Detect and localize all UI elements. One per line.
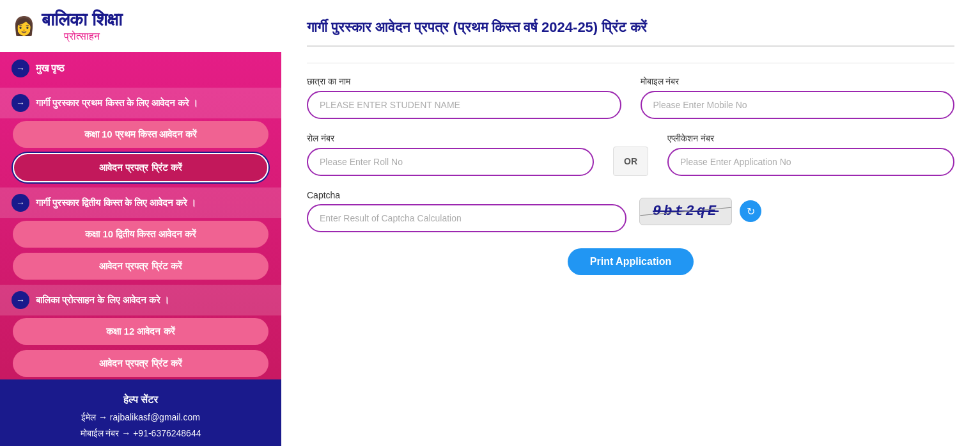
- sidebar: 👩 बालिका शिक्षा प्रोत्साहन → मुख पृष्ठ →…: [0, 0, 281, 446]
- form-row-2: रोल नंबर OR एप्लीकेशन नंबर: [307, 133, 954, 176]
- sidebar-section2: → गार्गी पुरस्कार द्वितीय किस्त के लिए आ…: [0, 187, 281, 218]
- application-label: एप्लीकेशन नंबर: [667, 133, 954, 144]
- sidebar-btn-print-application2[interactable]: आवेदन प्रपत्र प्रिंट करें: [13, 253, 268, 280]
- sidebar-section3: → बालिका प्रोत्साहन के लिए आवेदन करे ।: [0, 285, 281, 315]
- sidebar-btn-print-application3[interactable]: आवेदन प्रपत्र प्रिंट करें: [13, 350, 268, 377]
- roll-input[interactable]: [307, 148, 594, 176]
- student-name-group: छात्रा का नाम: [307, 76, 621, 119]
- student-name-input[interactable]: [307, 91, 621, 119]
- footer-mobile: मोबाईल नंबर → +91-6376248644: [12, 426, 270, 442]
- mobile-label: मोबाइल नंबर: [641, 76, 955, 87]
- logo-subtitle: प्रोत्साहन: [42, 31, 122, 42]
- section3-arrow-icon: →: [12, 291, 29, 309]
- logo-title: बालिका शिक्षा: [42, 10, 122, 31]
- sidebar-btn-class12[interactable]: कक्षा 12 आवेदन करें: [13, 318, 268, 345]
- mobile-input[interactable]: [641, 91, 955, 119]
- footer-mobile-value: +91-6376248644: [133, 428, 201, 438]
- print-btn-row: Print Application: [307, 248, 954, 275]
- sidebar-section2-label: गार्गी पुरस्कार द्वितीय किस्त के लिए आवे…: [36, 197, 196, 209]
- captcha-label: Captcha: [307, 190, 626, 200]
- footer-email: ईमेल → rajbalikasf@gmail.com: [12, 410, 270, 426]
- captcha-refresh-button[interactable]: ↻: [740, 200, 761, 222]
- or-divider: OR: [613, 147, 648, 176]
- sidebar-home[interactable]: → मुख पृष्ठ: [0, 52, 281, 85]
- student-name-label: छात्रा का नाम: [307, 76, 621, 87]
- form-row-1: छात्रा का नाम मोबाइल नंबर: [307, 76, 954, 119]
- logo-text-block: बालिका शिक्षा प्रोत्साहन: [42, 10, 122, 42]
- print-application-button[interactable]: Print Application: [568, 248, 694, 275]
- captcha-image: 9bt2qE: [639, 198, 732, 225]
- home-arrow-icon: →: [12, 60, 29, 77]
- sidebar-home-label: मुख पृष्ठ: [36, 63, 65, 74]
- footer-title: हेल्प सेंटर: [12, 391, 270, 410]
- page-title: गार्गी पुरस्कार आवेदन प्रपत्र (प्रथम किस…: [307, 19, 954, 47]
- mobile-group: मोबाइल नंबर: [641, 76, 955, 119]
- main-content: गार्गी पुरस्कार आवेदन प्रपत्र (प्रथम किस…: [281, 0, 980, 446]
- section2-arrow-icon: →: [12, 194, 29, 212]
- captcha-image-container: 9bt2qE ↻: [639, 198, 761, 225]
- logo-icon: 👩: [13, 15, 35, 36]
- roll-label: रोल नंबर: [307, 133, 594, 144]
- sidebar-section1: → गार्गी पुरस्कार प्रथम किस्त के लिए आवे…: [0, 88, 281, 118]
- title-divider: [307, 63, 954, 63]
- captcha-row: Captcha 9bt2qE ↻: [307, 190, 954, 232]
- sidebar-btn-class10-first[interactable]: कक्षा 10 प्रथम किस्त आवेदन करें: [13, 121, 268, 148]
- roll-group: रोल नंबर: [307, 133, 594, 176]
- footer-mobile-label: मोबाईल नंबर →: [81, 428, 131, 438]
- sidebar-section3-label: बालिका प्रोत्साहन के लिए आवेदन करे ।: [36, 294, 169, 306]
- sidebar-btn-print-application1[interactable]: आवेदन प्रपत्र प्रिंट करें: [13, 153, 268, 182]
- application-input[interactable]: [667, 148, 954, 176]
- sidebar-section1-label: गार्गी पुरस्कार प्रथम किस्त के लिए आवेदन…: [36, 97, 198, 109]
- sidebar-footer: हेल्प सेंटर ईमेल → rajbalikasf@gmail.com…: [0, 379, 281, 446]
- footer-email-value: rajbalikasf@gmail.com: [110, 412, 200, 422]
- sidebar-btn-class10-second[interactable]: कक्षा 10 द्वितीय किस्त आवेदन करें: [13, 221, 268, 248]
- captcha-input[interactable]: [307, 204, 626, 232]
- sidebar-header: 👩 बालिका शिक्षा प्रोत्साहन: [0, 0, 281, 52]
- section1-arrow-icon: →: [12, 94, 29, 112]
- captcha-group: Captcha: [307, 190, 626, 232]
- application-group: एप्लीकेशन नंबर: [667, 133, 954, 176]
- footer-email-label: ईमेल →: [81, 412, 107, 422]
